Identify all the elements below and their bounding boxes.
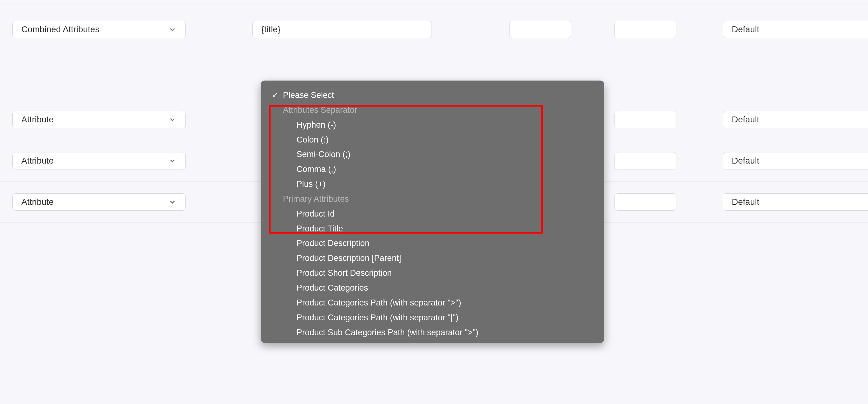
dropdown-group-label: Attributes Separator	[261, 103, 604, 118]
attribute-type-select[interactable]: Attribute	[12, 193, 186, 211]
extra-input-1[interactable]	[509, 21, 571, 38]
dropdown-option[interactable]: Product Id	[261, 207, 604, 222]
attribute-type-select[interactable]: Combined Attributes	[12, 21, 186, 38]
extra-input-2[interactable]	[615, 193, 676, 211]
attribute-type-label: Attribute	[21, 115, 54, 124]
attribute-type-select[interactable]: Attribute	[12, 152, 186, 170]
dropdown-option[interactable]: Product Title	[261, 222, 604, 223]
col-extra2	[615, 152, 680, 170]
check-icon	[272, 89, 283, 102]
default-select-label: Default	[732, 115, 760, 124]
dropdown-option[interactable]: Colon (:)	[261, 133, 604, 147]
chevron-down-icon	[168, 198, 177, 206]
chevron-down-icon	[168, 115, 177, 124]
chevron-down-icon	[168, 156, 177, 165]
extra-input-2[interactable]	[615, 152, 676, 170]
attribute-dropdown[interactable]: Please SelectAttributes SeparatorHyphen …	[261, 81, 604, 223]
chevron-down-icon	[168, 25, 177, 34]
attribute-type-label: Attribute	[21, 156, 54, 166]
default-select-label: Default	[732, 197, 760, 207]
dropdown-option[interactable]: Plus (+)	[261, 177, 604, 192]
dropdown-option[interactable]: Comma (,)	[261, 162, 604, 177]
col-type: Combined Attributes	[12, 21, 181, 38]
dropdown-option[interactable]: Semi-Colon (;)	[261, 147, 604, 162]
default-select-label: Default	[732, 25, 760, 34]
default-select[interactable]: Default	[723, 152, 868, 170]
col-value	[252, 21, 432, 38]
col-extra2	[615, 21, 680, 38]
attribute-type-label: Combined Attributes	[21, 25, 99, 34]
default-select[interactable]: Default	[723, 193, 868, 211]
extra-input-2[interactable]	[615, 111, 676, 128]
col-default: Default	[723, 21, 868, 38]
dropdown-option-label: Please Select	[283, 89, 593, 102]
dropdown-option[interactable]: Hyphen (-)	[261, 118, 604, 133]
col-extra1	[509, 21, 571, 38]
col-extra2	[615, 111, 680, 128]
col-extra2	[615, 193, 680, 211]
attribute-type-select[interactable]: Attribute	[12, 111, 186, 128]
attribute-value-input[interactable]	[252, 21, 432, 38]
attribute-type-label: Attribute	[21, 197, 54, 207]
default-select-label: Default	[732, 156, 760, 166]
dropdown-group-label: Primary Attributes	[261, 192, 604, 207]
dropdown-option-selected[interactable]: Please Select	[261, 88, 604, 103]
default-select[interactable]: Default	[723, 21, 868, 38]
extra-input-2[interactable]	[615, 21, 676, 38]
default-select[interactable]: Default	[723, 111, 868, 128]
